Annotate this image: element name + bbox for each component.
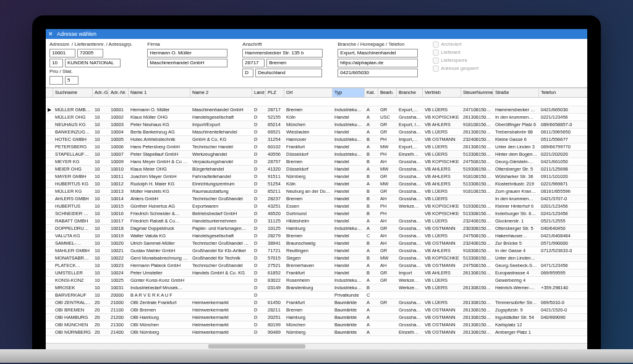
table-row[interactable]: MAYER GMBH1010011Joachim Mayer GmbHFahrr… — [46, 173, 587, 180]
land-input[interactable] — [255, 69, 322, 77]
column-header[interactable]: Typ — [333, 88, 365, 97]
grid-header: SuchnameAdr.-Grp.Adr.-Nr.Name 1Name 2Lan… — [46, 88, 587, 98]
table-row[interactable]: MAHLER GMBH1010021Gustav Mahler GmbHGroß… — [46, 247, 587, 255]
column-header[interactable]: Vertrieb — [423, 88, 461, 97]
table-row[interactable]: STAPELLAUF…1010007Peter Stapellauf GmbHW… — [46, 151, 587, 158]
checkbox-gesperrt[interactable]: Adresse gesperrt — [433, 66, 478, 72]
table-row[interactable]: SAMMEL-…1010020Ulrich Sammel-MüllerTechn… — [46, 240, 587, 247]
label-prio: Prio / Stat. — [49, 69, 132, 74]
filter-form: Adressnr. / Lieferantennr. / Adressgrp. … — [46, 39, 587, 88]
plz-input[interactable] — [242, 59, 265, 67]
ort-input[interactable] — [266, 59, 322, 67]
adressgrp-code-input[interactable] — [49, 59, 63, 67]
table-row[interactable]: MONATSABR…1010022Gerd Monatsabrechnung K… — [46, 255, 587, 262]
table-row[interactable]: BANKEINZUG…1010004Berta Bankeinzug AGMas… — [46, 129, 587, 136]
table-row[interactable]: MEIER OHG1010010Klaus Meier OHGBürgerteh… — [46, 166, 587, 173]
table-row[interactable]: VALUTA KG1010019Walter Valuta KGHandelsg… — [46, 232, 587, 240]
lieferantennr-input[interactable] — [77, 49, 103, 57]
adressnr-input[interactable] — [49, 49, 75, 57]
column-header[interactable]: PLZ — [266, 88, 284, 97]
column-header[interactable]: Branche — [397, 88, 423, 97]
adressgrp-name-input[interactable] — [65, 59, 121, 67]
table-row[interactable]: KONSI-KONZ1010025Günter Konsi-Konz GmbHD… — [46, 277, 587, 284]
checkbox-liefersperre[interactable]: Liefersperre — [433, 57, 478, 64]
table-row[interactable]: OBI ZENTRAL…2021000OBI Zentrale Frankfur… — [46, 299, 587, 307]
table-row[interactable]: RABATT GMBH1010017Friedrich Rabatt & Co…… — [46, 218, 587, 225]
checkbox-archiviert[interactable]: Archiviert — [433, 41, 478, 48]
column-header[interactable]: Bearb. — [378, 88, 397, 97]
label-branche: Branche / Homepage / Telefon — [338, 41, 418, 47]
column-header[interactable]: Name 1 — [129, 88, 190, 97]
column-header[interactable]: Telefon — [539, 88, 587, 97]
homepage-input[interactable] — [338, 59, 418, 67]
column-header[interactable]: Adr.-Nr. — [109, 88, 129, 97]
table-row[interactable]: NEUHAUS KG1010003Peter Neuhaus KGImport/… — [46, 121, 587, 129]
label-firma: Firma — [147, 41, 227, 47]
telefon-input[interactable] — [338, 69, 418, 77]
grid-body[interactable]: ▶MÜLLER GMB…1010001Hermann O. MüllerMasc… — [46, 106, 587, 343]
table-row[interactable]: ▶MÜLLER GMB…1010001Hermann O. MüllerMasc… — [46, 106, 587, 114]
column-header[interactable] — [46, 88, 53, 97]
table-row[interactable]: SCHNEIDER …1010016Friedrich Schneider &…… — [46, 210, 587, 218]
table-row[interactable]: MROSEK1010031Industriebedarf Mrosek…D031… — [46, 284, 587, 292]
prio-input[interactable] — [49, 76, 63, 85]
column-header[interactable]: Name 2 — [190, 88, 252, 97]
column-header[interactable]: Kat. — [365, 88, 378, 97]
table-row[interactable]: MÜLLER OHG1010002Klaus Müller OHGHandels… — [46, 114, 587, 121]
table-row[interactable]: MÜLLER KG1010013Müller Handels KGRaumaus… — [46, 188, 587, 195]
table-row[interactable]: DOPPELDRUC…1010018Dagmar DoppeldruckPapi… — [46, 225, 587, 232]
column-header[interactable]: Land — [252, 88, 266, 97]
checkbox-lieferant[interactable]: Lieferant — [433, 49, 478, 56]
label-adressnr: Adressnr. / Lieferantennr. / Adressgrp. — [49, 41, 132, 47]
table-row[interactable]: HUBERTUS1010015Günther Hubertus AGExport… — [46, 203, 587, 210]
address-picker-window: ✕ Adresse wählen Adressnr. / Lieferanten… — [46, 29, 587, 349]
column-header[interactable]: Ort — [284, 88, 333, 97]
firma2-input[interactable] — [147, 59, 227, 67]
screen: ✕ Adresse wählen Adressnr. / Lieferanten… — [46, 29, 587, 349]
table-row[interactable]: MEYER KG1010009Hans Meyer GmbH & Co KGVe… — [46, 158, 587, 166]
table-row[interactable]: OBI BREMEN2021100OBI BremenHeimwerkermar… — [46, 307, 587, 314]
landcode-input[interactable] — [242, 69, 253, 77]
branche-input[interactable] — [338, 49, 418, 57]
table-row[interactable]: HOTEC GMBH1010005Hotec AntriebstechnikGm… — [46, 136, 587, 143]
table-row[interactable]: OBI MÜNCHEN2021300OBI MünchenHeimwerkerm… — [46, 321, 587, 329]
scrollbar-thumb[interactable] — [208, 344, 306, 349]
table-row[interactable]: OBI HAMBURG2021200OBI HamburgHeimwerkerm… — [46, 314, 587, 321]
street-input[interactable] — [242, 49, 323, 57]
titlebar: ✕ Adresse wählen — [46, 29, 587, 39]
label-anschrift: Anschrift — [242, 41, 323, 47]
horizontal-scrollbar[interactable] — [46, 343, 587, 349]
close-icon[interactable]: ✕ — [47, 30, 54, 38]
table-row[interactable]: UMSTELLER1010024Peter UmstellerHandels G… — [46, 269, 587, 277]
column-header[interactable]: Straße — [493, 88, 539, 97]
table-row[interactable]: OBI NÜRNBERG2021400OBI NürnbergHeimwerke… — [46, 329, 587, 336]
table-row[interactable]: BARVERKAUF1020000B A R V E R K A U FDPri… — [46, 292, 587, 299]
window-title: Adresse wählen — [57, 31, 96, 37]
column-header[interactable]: SteuerNummer — [461, 88, 493, 97]
stat-input[interactable] — [65, 76, 79, 85]
table-row[interactable]: PETERSBERG1010006Hans Petersberg GmbHTec… — [46, 143, 587, 151]
address-grid: SuchnameAdr.-Grp.Adr.-Nr.Name 1Name 2Lan… — [46, 88, 587, 349]
table-row[interactable]: HUBERTUS KG1010012Rudolph H. Maier KGEin… — [46, 180, 587, 188]
grid-filter-row[interactable] — [46, 98, 587, 106]
firma1-input[interactable] — [147, 49, 227, 57]
column-header[interactable]: Adr.-Grp. — [93, 88, 109, 97]
table-row[interactable]: AHLERS GMBH1010014Ahlers GmbHTechnischer… — [46, 195, 587, 203]
column-header[interactable]: Suchname — [53, 88, 93, 97]
table-row[interactable]: PLATECK…1010023Hermann Plateck GmbHTechn… — [46, 262, 587, 269]
laptop-frame: ✕ Adresse wählen Adressnr. / Lieferanten… — [32, 15, 601, 349]
